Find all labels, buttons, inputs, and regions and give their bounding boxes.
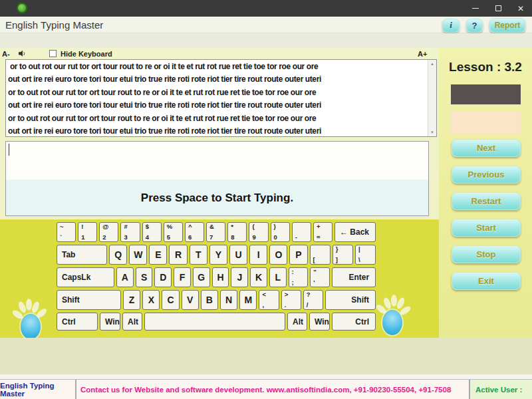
key-2[interactable]: @2 — [99, 222, 118, 242]
right-hand-icon — [378, 294, 407, 336]
key-lctrl[interactable]: Ctrl — [57, 313, 98, 331]
key-t[interactable]: T — [190, 245, 207, 265]
key-tab[interactable]: Tab — [57, 245, 107, 265]
key-g[interactable]: G — [193, 267, 210, 287]
key-quote[interactable]: "' — [310, 267, 330, 287]
status-app-name: English Typing Master — [0, 380, 76, 399]
previous-button[interactable]: Previous — [452, 166, 521, 184]
typing-input[interactable]: Press Space to Start Typing. — [5, 141, 429, 216]
keyboard-row: TabQWERTYUIOP[}]|\ — [57, 245, 376, 265]
restart-button[interactable]: Restart — [452, 192, 521, 210]
keyboard-row: ShiftZXCVBNM<,>.?/Shift — [57, 290, 376, 310]
key-rctrl[interactable]: Ctrl — [332, 313, 376, 331]
key-z[interactable]: Z — [123, 290, 140, 310]
key-5[interactable]: %5 — [164, 222, 183, 242]
font-increase-button[interactable]: A+ — [418, 50, 427, 58]
main-area: A- Hide Keyboard A+ or to out rot our ru… — [0, 48, 439, 338]
key-x[interactable]: X — [142, 290, 160, 310]
key-0[interactable]: )0 — [271, 222, 290, 242]
help-button[interactable]: ? — [466, 19, 483, 33]
key-q[interactable]: Q — [109, 245, 127, 265]
key-win2[interactable]: Win — [309, 313, 330, 331]
report-button[interactable]: Report — [489, 18, 525, 33]
practice-line: or to out rot our rut tor ort tour rout … — [8, 61, 426, 73]
key-v[interactable]: V — [182, 290, 199, 310]
key-enter[interactable]: Enter — [332, 267, 376, 287]
key-lshift[interactable]: Shift — [57, 290, 121, 310]
stop-button[interactable]: Stop — [452, 245, 521, 263]
key-3[interactable]: #3 — [120, 222, 140, 242]
key-7[interactable]: &7 — [206, 222, 225, 242]
close-button[interactable]: ✕ — [509, 0, 532, 17]
title-bar: ✕ — [0, 0, 532, 17]
key-j[interactable]: J — [231, 267, 248, 287]
on-screen-keyboard: ~`!1@2#3$4%5^6&7*8(9)0-+=← BackTabQWERTY… — [57, 222, 376, 331]
key-i[interactable]: I — [249, 245, 267, 265]
key-4[interactable]: $4 — [142, 222, 162, 242]
key-caps[interactable]: CapsLk — [57, 267, 114, 287]
key-backquote[interactable]: ~` — [57, 222, 76, 242]
key-d[interactable]: D — [154, 267, 172, 287]
key-l[interactable]: L — [269, 267, 287, 287]
key-y[interactable]: Y — [209, 245, 227, 265]
key-9[interactable]: (9 — [249, 222, 268, 242]
key-rshift[interactable]: Shift — [325, 290, 376, 310]
maximize-icon — [495, 5, 501, 11]
left-hand-icon — [16, 298, 45, 340]
key-equals[interactable]: += — [313, 222, 332, 242]
speaker-icon[interactable] — [19, 50, 27, 59]
key-k[interactable]: K — [250, 267, 267, 287]
scroll-down-icon[interactable]: ▼ — [430, 128, 434, 136]
key-w[interactable]: W — [129, 245, 147, 265]
key-h[interactable]: H — [212, 267, 229, 287]
key-minus[interactable]: - — [292, 222, 311, 242]
key-semicolon[interactable]: :; — [289, 267, 309, 287]
keyboard-row: CtrlWinAltAltWinCtrl — [57, 313, 376, 331]
start-button[interactable]: Start — [452, 219, 521, 237]
start-prompt: Press Space to Start Typing. — [6, 192, 428, 205]
key-1[interactable]: !1 — [78, 222, 97, 242]
key-b[interactable]: B — [201, 290, 218, 310]
key-u[interactable]: U — [229, 245, 247, 265]
key-f[interactable]: F — [174, 267, 191, 287]
hide-keyboard-label: Hide Keyboard — [61, 50, 112, 58]
key-p[interactable]: P — [289, 245, 307, 265]
window-controls: ✕ — [464, 0, 532, 17]
key-s[interactable]: S — [136, 267, 153, 287]
key-period[interactable]: >. — [281, 290, 301, 310]
key-win[interactable]: Win — [100, 313, 120, 331]
key-e[interactable]: E — [149, 245, 167, 265]
key-comma[interactable]: <, — [259, 290, 279, 310]
key-lbracket[interactable]: [ — [310, 245, 331, 265]
status-active-user: Active User : — [470, 380, 532, 399]
status-contact-text: Contact us for Website and software deve… — [76, 380, 470, 399]
key-a[interactable]: A — [116, 267, 134, 287]
key-space[interactable] — [144, 313, 285, 331]
keyboard-zone: ~`!1@2#3$4%5^6&7*8(9)0-+=← BackTabQWERTY… — [0, 219, 439, 338]
key-c[interactable]: C — [162, 290, 179, 310]
font-decrease-button[interactable]: A- — [2, 50, 10, 58]
key-6[interactable]: ^6 — [185, 222, 204, 242]
maximize-button[interactable] — [487, 0, 509, 17]
next-button[interactable]: Next — [452, 139, 521, 157]
key-slash[interactable]: ?/ — [303, 290, 323, 310]
key-8[interactable]: *8 — [227, 222, 247, 242]
key-o[interactable]: O — [269, 245, 287, 265]
key-alt[interactable]: Alt — [122, 313, 142, 331]
key-alt2[interactable]: Alt — [287, 313, 307, 331]
practice-text-area: or to out rot our rut tor ort tour rout … — [5, 59, 437, 137]
practice-scrollbar[interactable]: ▲ ▼ — [428, 60, 436, 136]
key-rbracket[interactable]: }] — [332, 245, 353, 265]
key-backslash[interactable]: |\ — [355, 245, 376, 265]
key-m[interactable]: M — [239, 290, 257, 310]
exit-button[interactable]: Exit — [452, 272, 521, 290]
key-back[interactable]: ← Back — [334, 222, 376, 242]
app-icon — [17, 3, 27, 13]
key-n[interactable]: N — [220, 290, 237, 310]
hide-keyboard-checkbox[interactable] — [49, 50, 57, 57]
scroll-up-icon[interactable]: ▲ — [430, 60, 434, 68]
info-button[interactable]: i — [442, 19, 460, 33]
keyboard-row: CapsLkASDFGHJKL:;"'Enter — [57, 267, 376, 287]
minimize-button[interactable] — [464, 0, 487, 17]
key-r[interactable]: R — [169, 245, 187, 265]
